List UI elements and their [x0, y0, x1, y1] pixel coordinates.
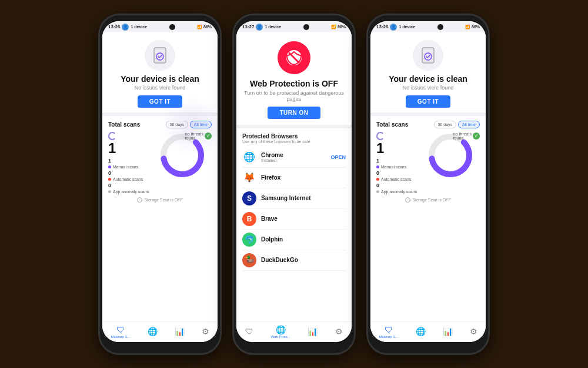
- signal-battery-mid: 📶 86%: [331, 25, 346, 29]
- duckduckgo-icon: 🦆: [242, 253, 256, 267]
- got-it-button-right[interactable]: GOT IT: [406, 95, 450, 108]
- dolphin-icon: 🐬: [242, 233, 256, 247]
- nav-malware-left[interactable]: 🛡 Malware S...: [111, 325, 130, 339]
- nav-malware-right[interactable]: 🛡 Malware S...: [379, 325, 398, 339]
- webprot-title-mid: Web Protection is OFF: [250, 79, 338, 88]
- legend-anomaly-label-left: App anomaly scans: [108, 190, 149, 194]
- right-phone-screen: 13:26 👤 1 device 📶 86% Your device: [370, 21, 486, 342]
- user-icon-right: 👤: [390, 24, 397, 31]
- nav-dots-icon-right: ⚙: [470, 327, 477, 336]
- nav-shield-icon-left: 🛡: [116, 325, 125, 334]
- nav-malware-label-left: Malware S...: [111, 335, 130, 339]
- scan-number-left: 1: [108, 141, 116, 155]
- nav-globe-icon-mid: 🌐: [276, 325, 286, 334]
- legend-manual-left: 1: [108, 158, 149, 164]
- scans-title-left: Total scans: [108, 121, 140, 128]
- check-icon-left: ✓: [205, 132, 212, 140]
- scans-header-left: Total scans 30 days All time: [108, 121, 212, 128]
- nav-stats-mid[interactable]: 📊: [308, 327, 318, 336]
- battery-mid: 86%: [338, 25, 346, 29]
- browser-item-brave: B Brave: [242, 209, 346, 230]
- battery-right: 86%: [472, 25, 480, 29]
- nav-dots-icon-left: ⚙: [202, 327, 209, 336]
- legend-manual-label-left: Manual scans: [108, 165, 149, 169]
- chrome-name: Chrome: [261, 152, 326, 158]
- time-left: 13:26: [108, 24, 120, 29]
- left-phone: 13:26 👤 1 device 📶 86% Your: [98, 14, 222, 355]
- clean-screen-content-right: Your device is clean No issues were foun…: [370, 32, 486, 342]
- browser-item-samsung: S Samsung Internet: [242, 188, 346, 209]
- pill-alltime-left[interactable]: All time: [190, 121, 212, 128]
- legend-anomaly-left: 0: [108, 183, 149, 188]
- firefox-name: Firefox: [261, 174, 346, 181]
- legend-auto-label-left: Automatic scans: [108, 177, 149, 181]
- pill-group-left: 30 days All time: [166, 121, 212, 128]
- scans-header-right: Total scans 30 days All time: [376, 121, 480, 128]
- webprot-icon-mid: [278, 41, 310, 74]
- donut-area-left: no threatsfound ✓: [152, 132, 212, 179]
- hero-right: Your device is clean No issues were foun…: [370, 32, 486, 112]
- pill-30days-right[interactable]: 30 days: [434, 121, 457, 128]
- browser-item-firefox: 🦊 Firefox: [242, 168, 346, 188]
- legend-auto-label-right: Automatic scans: [376, 177, 417, 181]
- nav-shield-icon-mid: 🛡: [245, 327, 253, 336]
- nav-stats-right[interactable]: 📊: [443, 327, 453, 336]
- webprot-sub-mid: Turn on to be protected against dangerou…: [242, 90, 346, 102]
- nav-stats-left[interactable]: 📊: [175, 327, 185, 336]
- right-phone: 13:26 👤 1 device 📶 86% Your device: [366, 14, 490, 355]
- pill-group-right: 30 days All time: [434, 121, 480, 128]
- storage-off-left: i Storage Scan is OFF: [108, 195, 212, 204]
- bottom-nav-left[interactable]: 🛡 Malware S... 🌐 📊 ⚙: [102, 321, 218, 342]
- chrome-sub: Installed: [261, 158, 326, 163]
- camera-notch-mid: [303, 24, 309, 30]
- time-mid: 13:27: [242, 24, 254, 29]
- device-label-right: 1 device: [399, 25, 415, 29]
- browser-item-dolphin: 🐬 Dolphin: [242, 230, 346, 250]
- scan-legend-left: 1 Manual scans 0 Automatic s: [108, 158, 149, 195]
- user-icon-mid: 👤: [256, 24, 263, 31]
- nav-bar-icon-left: 📊: [175, 327, 185, 336]
- nav-more-mid[interactable]: ⚙: [335, 327, 343, 336]
- pill-alltime-right[interactable]: All time: [458, 121, 480, 128]
- device-label-mid: 1 device: [265, 25, 281, 29]
- nav-bar-icon-mid: 📊: [308, 327, 318, 336]
- clean-screen-content-left: Your device is clean No issues were foun…: [102, 32, 218, 342]
- browsers-sub-mid: Use any of these browsers to be safe: [242, 140, 346, 144]
- bottom-nav-mid[interactable]: 🛡 🌐 Web Prote... 📊 ⚙: [236, 321, 352, 342]
- browsers-section-mid: Protected Browsers Use any of these brow…: [236, 128, 352, 321]
- legend-anomaly-label-right: App anomaly scans: [376, 190, 417, 194]
- pill-30days-left[interactable]: 30 days: [166, 121, 189, 128]
- info-icon-right: i: [405, 197, 410, 203]
- nav-more-right[interactable]: ⚙: [470, 327, 477, 336]
- status-bar-mid: 13:27 👤 1 device 📶 86%: [236, 21, 352, 32]
- nav-globe-icon-right: 🌐: [416, 327, 426, 336]
- dolphin-name: Dolphin: [261, 236, 346, 243]
- device-label-left: 1 device: [131, 25, 147, 29]
- got-it-button-left[interactable]: GOT IT: [138, 95, 182, 108]
- browser-item-duckduckgo: 🦆 DuckDuckGo: [242, 250, 346, 271]
- nav-web-right[interactable]: 🌐: [416, 327, 426, 336]
- left-phone-screen: 13:26 👤 1 device 📶 86% Your: [102, 21, 218, 342]
- donut-area-right: no threatsfound ✓: [420, 132, 480, 179]
- hero-left: Your device is clean No issues were foun…: [102, 32, 218, 112]
- phone-icon-left: [145, 40, 175, 71]
- bottom-nav-right[interactable]: 🛡 Malware S... 🌐 📊 ⚙: [370, 321, 486, 342]
- time-right: 13:26: [376, 24, 388, 29]
- scans-body-left: 1 1 Manual scans 0: [108, 132, 212, 195]
- nav-shield-icon-right: 🛡: [385, 325, 393, 334]
- middle-phone-screen: 13:27 👤 1 device 📶 86%: [236, 21, 352, 342]
- turn-on-button-mid[interactable]: TURN ON: [268, 107, 320, 119]
- legend-manual-label-right: Manual scans: [376, 165, 417, 169]
- scan-legend-right: 1 Manual scans 0 Automatic s: [376, 158, 417, 195]
- no-threats-right: no threatsfound ✓: [453, 132, 480, 140]
- storage-off-right: i Storage Scan is OFF: [376, 195, 480, 204]
- nav-malware-mid[interactable]: 🛡: [245, 327, 253, 336]
- refresh-icon-right: [376, 132, 385, 140]
- nav-more-left[interactable]: ⚙: [202, 327, 209, 336]
- status-bar-right: 13:26 👤 1 device 📶 86%: [370, 21, 486, 32]
- scans-body-right: 1 1 Manual scans 0: [376, 132, 480, 195]
- nav-web-left[interactable]: 🌐: [148, 327, 158, 336]
- chrome-open-link[interactable]: OPEN: [330, 154, 346, 160]
- scans-section-left: Total scans 30 days All time 1 1: [102, 116, 218, 321]
- nav-web-mid[interactable]: 🌐 Web Prote...: [271, 325, 290, 339]
